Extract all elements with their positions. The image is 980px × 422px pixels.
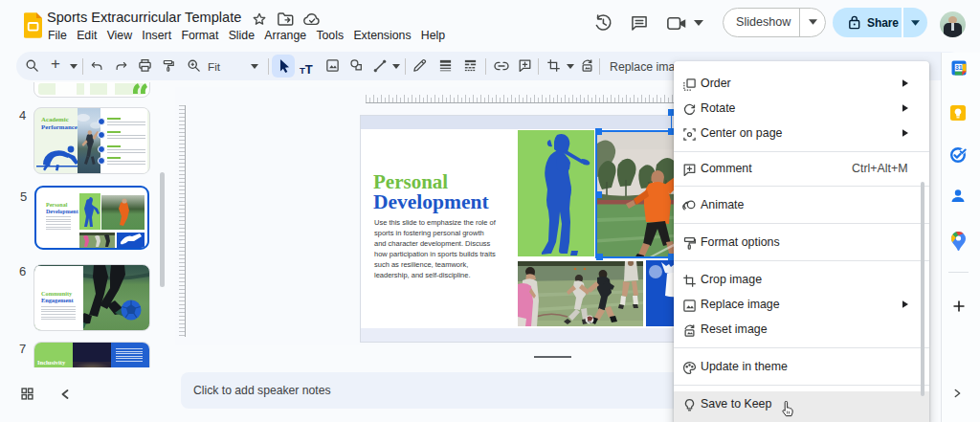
svg-text:31: 31 xyxy=(955,64,963,71)
